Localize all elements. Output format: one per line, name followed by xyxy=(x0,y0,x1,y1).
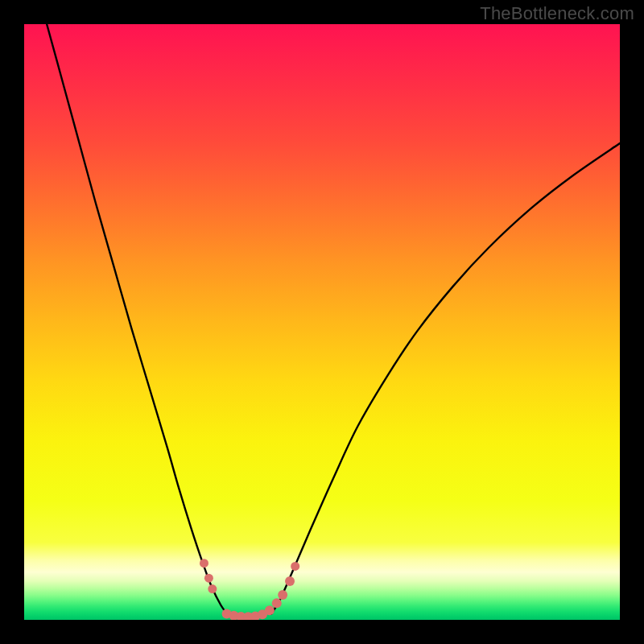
highlight-dot xyxy=(208,584,217,593)
highlight-dot xyxy=(285,576,295,586)
highlight-dot xyxy=(278,590,287,600)
highlight-dot xyxy=(291,562,299,571)
chart-plot-area xyxy=(24,24,620,620)
highlight-dot xyxy=(272,598,282,608)
highlight-dot xyxy=(200,559,208,568)
watermark-text: TheBottleneck.com xyxy=(480,3,634,24)
chart-svg xyxy=(24,24,620,620)
heat-gradient xyxy=(24,24,620,620)
outer-frame: TheBottleneck.com xyxy=(0,0,644,644)
highlight-dot xyxy=(204,574,213,583)
highlight-dot xyxy=(265,605,275,615)
